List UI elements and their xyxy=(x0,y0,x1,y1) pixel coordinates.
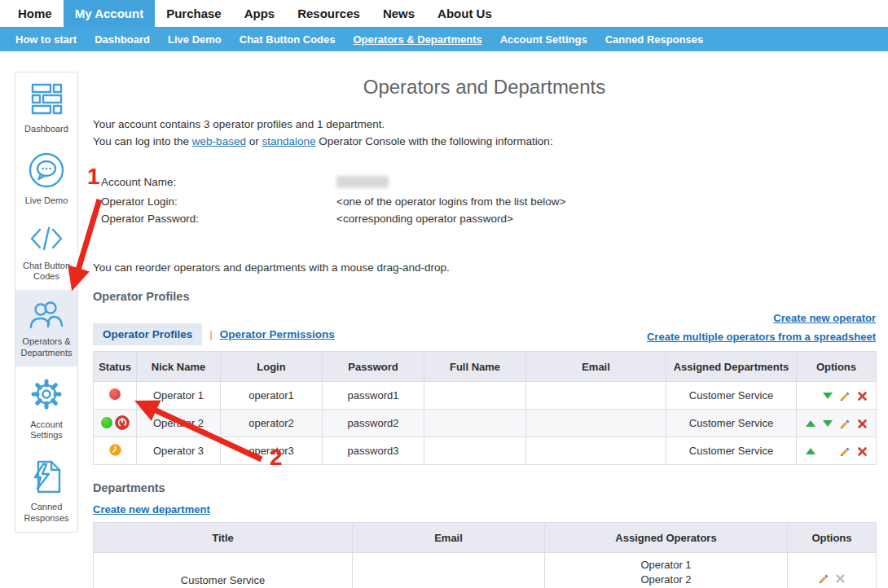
department-title-cell: Customer Service xyxy=(94,553,353,588)
edit-pencil-icon[interactable] xyxy=(839,445,851,457)
create-links: Create new operator Create multiple oper… xyxy=(647,308,876,345)
operators-table-header-row: Status Nick Name Login Password Full Nam… xyxy=(94,352,877,382)
sub-navigation: How to start Dashboard Live Demo Chat Bu… xyxy=(0,27,888,51)
col-full-name: Full Name xyxy=(424,352,526,382)
chat-bubble-icon xyxy=(17,151,76,192)
topnav-resources[interactable]: Resources xyxy=(286,0,371,27)
create-new-operator-link[interactable]: Create new operator xyxy=(773,312,876,324)
operator-tabs: Operator Profiles | Operator Permissions xyxy=(93,323,335,345)
department-row-1: Customer Service Operator 1 Operator 2 O… xyxy=(94,553,877,588)
subnav-canned-responses[interactable]: Canned Responses xyxy=(596,33,713,46)
col-title: Title xyxy=(94,523,353,553)
sidebar-label: Account Settings xyxy=(17,419,76,442)
create-multiple-operators-link[interactable]: Create multiple operators from a spreads… xyxy=(647,331,876,343)
move-up-icon[interactable] xyxy=(805,418,816,429)
subnav-dashboard[interactable]: Dashboard xyxy=(86,33,159,46)
move-down-icon[interactable] xyxy=(822,418,833,429)
nick-name-cell: Operator 1 xyxy=(137,382,221,410)
departments-table: Title Email Assigned Operators Options C… xyxy=(93,522,877,588)
col-email: Email xyxy=(526,352,666,382)
login-cell: operator1 xyxy=(221,382,323,410)
assigned-operators-cell: Operator 1 Operator 2 Operator 3 xyxy=(545,553,788,588)
sidebar-item-canned-responses[interactable]: Canned Responses xyxy=(15,449,77,532)
offline-status-icon xyxy=(109,388,121,400)
main-content: Operators and Departments Your account c… xyxy=(93,76,876,588)
sidebar-label: Live Demo xyxy=(17,195,76,207)
options-cell xyxy=(805,390,868,402)
topnav-news[interactable]: News xyxy=(371,0,426,27)
col-dept-email: Email xyxy=(353,523,545,553)
subnav-how-to-start[interactable]: How to start xyxy=(7,33,86,46)
tab-separator: | xyxy=(209,328,213,340)
password-cell: password3 xyxy=(323,437,424,465)
standalone-link[interactable]: standalone xyxy=(262,135,315,147)
page-title: Operators and Departments xyxy=(93,76,876,99)
lightning-page-icon xyxy=(17,458,76,498)
operator-row-1: Operator 1 operator1 password1 Customer … xyxy=(94,382,877,410)
password-cell: password2 xyxy=(323,410,424,437)
operator-password-row: Operator Password: <corresponding operat… xyxy=(93,210,876,227)
sidebar-item-dashboard[interactable]: Dashboard xyxy=(15,72,77,143)
col-password: Password xyxy=(323,352,424,382)
operator-login-label: Operator Login: xyxy=(93,193,336,210)
move-up-icon[interactable] xyxy=(805,445,816,457)
operators-table: Status Nick Name Login Password Full Nam… xyxy=(93,351,877,465)
subnav-chat-button-codes[interactable]: Chat Button Codes xyxy=(231,33,345,46)
sidebar-item-chat-button-codes[interactable]: Chat Button Codes xyxy=(15,214,77,291)
gear-icon xyxy=(17,375,76,416)
code-icon xyxy=(17,223,76,257)
edit-pencil-icon[interactable] xyxy=(839,418,851,429)
department-email-cell xyxy=(353,553,545,588)
account-name-row: Account Name: xyxy=(93,173,876,193)
login-cell: operator3 xyxy=(221,437,323,465)
topnav-home[interactable]: Home xyxy=(7,0,64,27)
sidebar-item-live-demo[interactable]: Live Demo xyxy=(15,143,77,214)
redacted-account-name xyxy=(336,176,389,188)
topnav-about-us[interactable]: About Us xyxy=(426,0,503,27)
topnav-purchase[interactable]: Purchase xyxy=(155,0,233,27)
delete-icon[interactable] xyxy=(856,418,868,429)
create-new-department-link[interactable]: Create new department xyxy=(93,503,210,516)
login-cell: operator2 xyxy=(221,410,323,437)
online-status-icon xyxy=(101,417,112,428)
sidebar-label: Canned Responses xyxy=(17,502,76,524)
assigned-departments-cell: Customer Service xyxy=(666,410,797,437)
delete-disabled-icon xyxy=(835,573,846,584)
sidebar-label: Operators & Departments xyxy=(17,336,76,359)
topnav-apps[interactable]: Apps xyxy=(233,0,287,27)
subnav-live-demo[interactable]: Live Demo xyxy=(159,33,231,46)
assigned-departments-cell: Customer Service xyxy=(666,437,797,465)
topnav-my-account[interactable]: My Account xyxy=(64,0,155,27)
operator-password-value: <corresponding operator password> xyxy=(336,210,513,227)
email-cell xyxy=(526,410,666,437)
sidebar: Dashboard Live Demo Chat Button Codes xyxy=(15,72,78,533)
edit-pencil-icon[interactable] xyxy=(818,573,829,584)
departments-heading: Departments xyxy=(93,481,876,494)
delete-icon[interactable] xyxy=(856,445,868,457)
password-cell: password1 xyxy=(323,382,424,410)
operator-password-label: Operator Password: xyxy=(93,210,336,227)
logout-power-icon[interactable] xyxy=(115,415,130,430)
intro-text: Your account contains 3 operator profile… xyxy=(93,116,876,151)
people-icon xyxy=(17,299,76,333)
edit-pencil-icon[interactable] xyxy=(839,390,851,402)
sidebar-item-account-settings[interactable]: Account Settings xyxy=(15,366,77,450)
sidebar-label: Chat Button Codes xyxy=(17,261,76,283)
department-options-cell xyxy=(818,573,846,584)
options-cell xyxy=(805,445,868,457)
sidebar-item-operators-departments[interactable]: Operators & Departments xyxy=(15,290,77,366)
delete-icon[interactable] xyxy=(856,390,868,402)
subnav-operators-departments[interactable]: Operators & Departments xyxy=(345,33,491,46)
operator-login-row: Operator Login: <one of the operator log… xyxy=(93,193,876,210)
subnav-account-settings[interactable]: Account Settings xyxy=(491,33,596,46)
operator-row-2: Operator 2 operator2 password2 Customer … xyxy=(94,410,877,437)
web-based-link[interactable]: web-based xyxy=(192,135,246,147)
tab-operator-profiles[interactable]: Operator Profiles xyxy=(93,323,202,345)
email-cell xyxy=(526,382,666,410)
tab-operator-permissions[interactable]: Operator Permissions xyxy=(220,328,335,340)
full-name-cell xyxy=(424,382,526,410)
top-navigation: Home My Account Purchase Apps Resources … xyxy=(0,0,888,27)
departments-table-header-row: Title Email Assigned Operators Options xyxy=(94,523,877,553)
options-cell xyxy=(805,418,868,429)
move-down-icon[interactable] xyxy=(822,390,833,402)
